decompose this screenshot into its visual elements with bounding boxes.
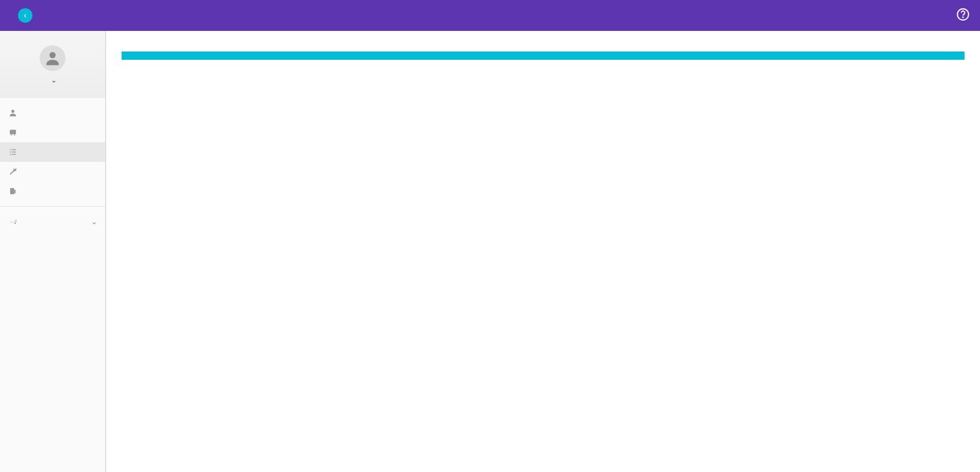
collapse-sidebar-button[interactable]: ‹ [18,8,32,23]
svg-point-1 [962,17,963,18]
svg-point-2 [49,52,56,58]
svg-rect-8 [12,149,16,150]
chevron-down-icon: ⌄ [91,217,97,226]
help-icon [956,8,970,21]
profile-section: ⌄ [0,31,105,98]
layout: ⌄ [0,31,980,472]
gear-icon [8,217,18,226]
svg-point-14 [14,223,16,224]
svg-rect-9 [10,151,11,153]
fuel-icon [8,187,18,196]
svg-rect-7 [10,149,11,150]
user-icon [43,49,62,68]
chevron-down-icon: ⌄ [51,76,57,84]
nav-divider [0,206,105,207]
sidebar-item-manage[interactable]: ⌄ [0,212,105,231]
app-header: ‹ [0,0,980,31]
svg-point-6 [14,134,15,136]
sidebar-item-dvirs[interactable] [0,162,105,181]
svg-rect-12 [12,154,16,155]
log-events-header [122,52,965,60]
main-content [106,31,980,472]
bus-icon [8,128,18,137]
wrench-icon [8,167,18,176]
sidebar-item-drivers[interactable] [0,103,105,123]
username-dropdown[interactable]: ⌄ [48,76,57,84]
chevron-left-icon: ‹ [24,11,26,20]
sidebar-item-logs[interactable] [0,142,105,162]
svg-point-5 [11,134,12,136]
duty-status-chart [122,60,965,75]
svg-rect-10 [12,151,16,153]
svg-rect-11 [10,154,11,155]
svg-point-3 [11,110,14,113]
sidebar: ⌄ [0,31,106,472]
sidebar-item-ifta[interactable] [0,181,105,201]
status-line [426,65,673,96]
header-left: ‹ [10,8,32,23]
svg-rect-4 [10,130,16,134]
help-button[interactable] [956,8,970,23]
list-icon [8,147,18,157]
person-icon [8,108,18,117]
svg-rect-13 [10,188,14,194]
nav: ⌄ [0,98,105,231]
avatar[interactable] [40,45,65,71]
sidebar-item-vehicles[interactable] [0,123,105,142]
